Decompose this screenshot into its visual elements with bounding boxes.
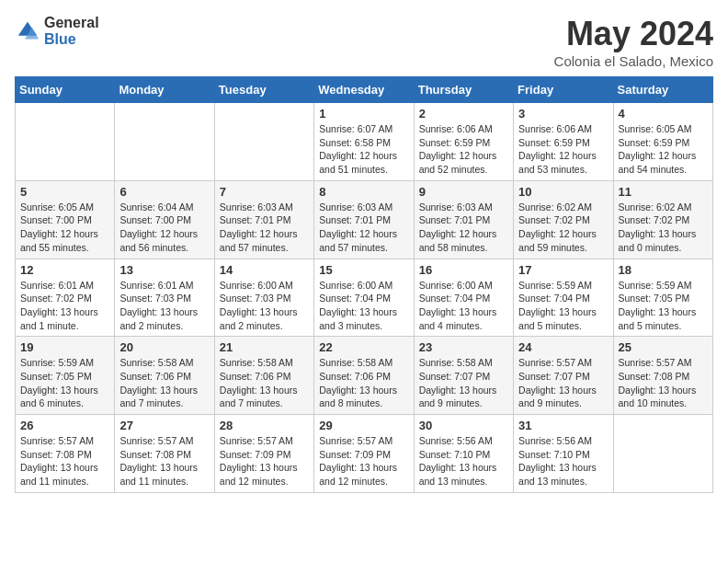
calendar-cell: 18Sunrise: 5:59 AM Sunset: 7:05 PM Dayli… bbox=[613, 259, 712, 337]
day-number: 19 bbox=[20, 340, 109, 354]
day-number: 12 bbox=[20, 263, 109, 277]
month-year-title: May 2024 bbox=[554, 15, 713, 53]
day-number: 8 bbox=[319, 185, 408, 199]
day-number: 15 bbox=[319, 263, 408, 277]
day-number: 10 bbox=[518, 185, 608, 199]
day-info: Sunrise: 5:59 AM Sunset: 7:05 PM Dayligh… bbox=[20, 356, 109, 410]
day-number: 30 bbox=[419, 419, 508, 432]
day-info: Sunrise: 6:01 AM Sunset: 7:03 PM Dayligh… bbox=[119, 279, 209, 333]
column-header-wednesday: Wednesday bbox=[314, 77, 414, 103]
day-info: Sunrise: 5:57 AM Sunset: 7:09 PM Dayligh… bbox=[319, 434, 408, 488]
calendar-cell bbox=[214, 103, 313, 181]
calendar-cell: 1Sunrise: 6:07 AM Sunset: 6:58 PM Daylig… bbox=[314, 103, 414, 181]
day-info: Sunrise: 6:07 AM Sunset: 6:58 PM Dayligh… bbox=[319, 122, 408, 177]
calendar-cell: 10Sunrise: 6:02 AM Sunset: 7:02 PM Dayli… bbox=[514, 180, 613, 259]
day-number: 9 bbox=[419, 185, 508, 199]
calendar-cell: 12Sunrise: 6:01 AM Sunset: 7:02 PM Dayli… bbox=[16, 259, 115, 337]
day-info: Sunrise: 5:57 AM Sunset: 7:09 PM Dayligh… bbox=[220, 434, 309, 488]
day-number: 14 bbox=[220, 263, 309, 277]
day-info: Sunrise: 5:59 AM Sunset: 7:05 PM Dayligh… bbox=[619, 279, 708, 333]
day-info: Sunrise: 6:05 AM Sunset: 6:59 PM Dayligh… bbox=[619, 122, 708, 177]
calendar-week-5: 26Sunrise: 5:57 AM Sunset: 7:08 PM Dayli… bbox=[16, 415, 713, 493]
calendar-cell: 24Sunrise: 5:57 AM Sunset: 7:07 PM Dayli… bbox=[514, 337, 613, 415]
column-header-friday: Friday bbox=[514, 77, 613, 103]
day-number: 5 bbox=[20, 185, 109, 199]
calendar-week-4: 19Sunrise: 5:59 AM Sunset: 7:05 PM Dayli… bbox=[16, 337, 713, 415]
day-number: 28 bbox=[220, 419, 309, 432]
day-number: 20 bbox=[119, 340, 209, 354]
day-number: 4 bbox=[619, 107, 708, 121]
calendar-cell: 19Sunrise: 5:59 AM Sunset: 7:05 PM Dayli… bbox=[16, 337, 115, 415]
day-number: 26 bbox=[20, 419, 109, 432]
day-info: Sunrise: 6:02 AM Sunset: 7:02 PM Dayligh… bbox=[619, 201, 708, 255]
calendar-cell: 28Sunrise: 5:57 AM Sunset: 7:09 PM Dayli… bbox=[214, 415, 313, 493]
calendar-cell: 25Sunrise: 5:57 AM Sunset: 7:08 PM Dayli… bbox=[613, 337, 712, 415]
day-info: Sunrise: 5:56 AM Sunset: 7:10 PM Dayligh… bbox=[518, 434, 608, 488]
location-subtitle: Colonia el Salado, Mexico bbox=[554, 53, 713, 69]
column-header-tuesday: Tuesday bbox=[214, 77, 313, 103]
day-info: Sunrise: 6:05 AM Sunset: 7:00 PM Dayligh… bbox=[20, 201, 109, 255]
calendar-cell bbox=[613, 415, 712, 493]
day-info: Sunrise: 5:58 AM Sunset: 7:06 PM Dayligh… bbox=[119, 356, 209, 410]
logo: General Blue bbox=[15, 15, 99, 48]
day-number: 29 bbox=[319, 419, 408, 432]
calendar-cell: 9Sunrise: 6:03 AM Sunset: 7:01 PM Daylig… bbox=[414, 180, 513, 259]
calendar-cell: 31Sunrise: 5:56 AM Sunset: 7:10 PM Dayli… bbox=[514, 415, 613, 493]
calendar-cell: 15Sunrise: 6:00 AM Sunset: 7:04 PM Dayli… bbox=[314, 259, 414, 337]
calendar-cell: 5Sunrise: 6:05 AM Sunset: 7:00 PM Daylig… bbox=[16, 180, 115, 259]
day-info: Sunrise: 5:58 AM Sunset: 7:07 PM Dayligh… bbox=[419, 356, 508, 410]
day-number: 2 bbox=[419, 107, 508, 121]
day-number: 3 bbox=[518, 107, 608, 121]
day-number: 17 bbox=[518, 263, 608, 277]
day-number: 22 bbox=[319, 340, 408, 354]
day-number: 7 bbox=[220, 185, 309, 199]
day-info: Sunrise: 6:00 AM Sunset: 7:04 PM Dayligh… bbox=[419, 279, 508, 333]
calendar-cell: 22Sunrise: 5:58 AM Sunset: 7:06 PM Dayli… bbox=[314, 337, 414, 415]
column-header-thursday: Thursday bbox=[414, 77, 513, 103]
column-header-saturday: Saturday bbox=[613, 77, 712, 103]
calendar-cell: 8Sunrise: 6:03 AM Sunset: 7:01 PM Daylig… bbox=[314, 180, 414, 259]
day-info: Sunrise: 6:04 AM Sunset: 7:00 PM Dayligh… bbox=[119, 201, 209, 255]
day-number: 13 bbox=[119, 263, 209, 277]
day-info: Sunrise: 5:58 AM Sunset: 7:06 PM Dayligh… bbox=[319, 356, 408, 410]
day-info: Sunrise: 6:02 AM Sunset: 7:02 PM Dayligh… bbox=[518, 201, 608, 255]
day-info: Sunrise: 5:58 AM Sunset: 7:06 PM Dayligh… bbox=[220, 356, 309, 410]
calendar-cell: 6Sunrise: 6:04 AM Sunset: 7:00 PM Daylig… bbox=[115, 180, 214, 259]
day-number: 31 bbox=[518, 419, 608, 432]
calendar-cell: 26Sunrise: 5:57 AM Sunset: 7:08 PM Dayli… bbox=[16, 415, 115, 493]
calendar-cell: 7Sunrise: 6:03 AM Sunset: 7:01 PM Daylig… bbox=[214, 180, 313, 259]
calendar-cell: 21Sunrise: 5:58 AM Sunset: 7:06 PM Dayli… bbox=[214, 337, 313, 415]
day-info: Sunrise: 6:03 AM Sunset: 7:01 PM Dayligh… bbox=[220, 201, 309, 255]
day-info: Sunrise: 6:03 AM Sunset: 7:01 PM Dayligh… bbox=[419, 201, 508, 255]
calendar-cell: 27Sunrise: 5:57 AM Sunset: 7:08 PM Dayli… bbox=[115, 415, 214, 493]
day-number: 16 bbox=[419, 263, 508, 277]
calendar-cell bbox=[115, 103, 214, 181]
day-number: 11 bbox=[619, 185, 708, 199]
day-info: Sunrise: 6:00 AM Sunset: 7:04 PM Dayligh… bbox=[319, 279, 408, 333]
calendar-cell: 13Sunrise: 6:01 AM Sunset: 7:03 PM Dayli… bbox=[115, 259, 214, 337]
calendar-header-row: SundayMondayTuesdayWednesdayThursdayFrid… bbox=[16, 77, 713, 103]
day-number: 27 bbox=[119, 419, 209, 432]
day-info: Sunrise: 5:57 AM Sunset: 7:08 PM Dayligh… bbox=[619, 356, 708, 410]
logo-text: General Blue bbox=[44, 15, 99, 48]
calendar-cell: 14Sunrise: 6:00 AM Sunset: 7:03 PM Dayli… bbox=[214, 259, 313, 337]
calendar-week-3: 12Sunrise: 6:01 AM Sunset: 7:02 PM Dayli… bbox=[16, 259, 713, 337]
calendar-week-1: 1Sunrise: 6:07 AM Sunset: 6:58 PM Daylig… bbox=[16, 103, 713, 181]
title-area: May 2024 Colonia el Salado, Mexico bbox=[554, 15, 713, 69]
calendar-cell: 3Sunrise: 6:06 AM Sunset: 6:59 PM Daylig… bbox=[514, 103, 613, 181]
day-info: Sunrise: 6:03 AM Sunset: 7:01 PM Dayligh… bbox=[319, 201, 408, 255]
day-info: Sunrise: 6:06 AM Sunset: 6:59 PM Dayligh… bbox=[518, 122, 608, 177]
calendar-cell: 17Sunrise: 5:59 AM Sunset: 7:04 PM Dayli… bbox=[514, 259, 613, 337]
day-info: Sunrise: 5:57 AM Sunset: 7:07 PM Dayligh… bbox=[518, 356, 608, 410]
calendar-cell: 4Sunrise: 6:05 AM Sunset: 6:59 PM Daylig… bbox=[613, 103, 712, 181]
calendar-cell bbox=[16, 103, 115, 181]
day-number: 21 bbox=[220, 340, 309, 354]
day-number: 1 bbox=[319, 107, 408, 121]
column-header-monday: Monday bbox=[115, 77, 214, 103]
day-info: Sunrise: 5:57 AM Sunset: 7:08 PM Dayligh… bbox=[20, 434, 109, 488]
calendar-cell: 2Sunrise: 6:06 AM Sunset: 6:59 PM Daylig… bbox=[414, 103, 513, 181]
calendar-cell: 20Sunrise: 5:58 AM Sunset: 7:06 PM Dayli… bbox=[115, 337, 214, 415]
day-number: 6 bbox=[119, 185, 209, 199]
day-info: Sunrise: 6:06 AM Sunset: 6:59 PM Dayligh… bbox=[419, 122, 508, 177]
day-info: Sunrise: 6:01 AM Sunset: 7:02 PM Dayligh… bbox=[20, 279, 109, 333]
